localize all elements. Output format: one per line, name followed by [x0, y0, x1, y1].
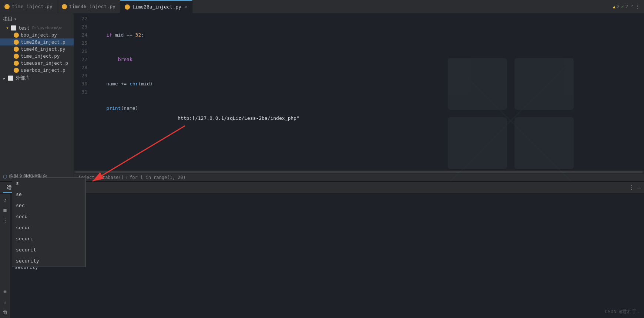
project-root[interactable]: ▾ ⬜ test D:\pycharm\w — [0, 24, 74, 31]
ext-libs-icon: ⬜ — [8, 75, 14, 81]
code-line-22: if mid == 32: — [95, 31, 644, 39]
external-libs-section[interactable]: ▸ ⬜ 外部库 — [0, 74, 74, 83]
code-scrollbar[interactable] — [74, 170, 644, 173]
tab-label-time26a-inject: time26a_inject.py — [132, 4, 181, 10]
sidebar-title-label: 项目 — [3, 16, 13, 22]
code-line-23: break — [95, 55, 644, 64]
file-timeuser-inject[interactable]: timeuser_inject.p — [0, 60, 74, 67]
file-icon-time — [14, 54, 19, 59]
bottom-tab-bar: 运行 time26a_inject × ⋮ — — [0, 182, 644, 194]
breadcrumb-sep: › — [125, 175, 128, 180]
warning-icon: ▲ — [613, 4, 616, 9]
tab-time46-inject[interactable]: time46_inject.py — [57, 0, 120, 13]
sidebar-title[interactable]: 项目 ▾ — [0, 13, 74, 24]
file-icon-boo — [14, 33, 19, 38]
bottom-more-icon[interactable]: ⋮ — [628, 184, 634, 191]
file-boo-inject[interactable]: boo_inject.py — [0, 31, 74, 38]
console-item-3: secu — [13, 224, 641, 234]
console-item-1: se — [13, 205, 641, 214]
sidebar-arrow: ▾ — [14, 17, 16, 21]
stop-btn[interactable]: ■ — [1, 206, 9, 214]
tab-bar: time_inject.py time46_inject.py time26a_… — [0, 0, 644, 13]
tab-icon-time26a-inject — [125, 4, 130, 10]
ide-container: time_inject.py time46_inject.py time26a_… — [0, 0, 644, 318]
file-userboo-inject[interactable]: userboo_inject.p — [0, 67, 74, 74]
tab-close-time26a[interactable]: × — [185, 4, 188, 9]
ln-29: 29 — [74, 72, 87, 80]
more-btn[interactable]: ⋮ — [1, 217, 9, 224]
tab-bar-right: ▲ 2 ✓ 2 ⌃ ⋮ — [613, 4, 644, 9]
scrollbar-track[interactable] — [76, 171, 643, 173]
project-tree: ▾ ⬜ test D:\pycharm\w boo_inject.py time… — [0, 24, 74, 172]
file-icon-userboo — [14, 68, 19, 73]
file-time-inject[interactable]: time_inject.py — [0, 53, 74, 60]
csdn-watermark: CSDN @君彳亍. — [605, 308, 640, 315]
tab-time-inject[interactable]: time_inject.py — [0, 0, 57, 13]
settings-btn[interactable]: ↓ — [1, 298, 9, 305]
autocomplete-popup[interactable]: s se sec secu secur securi securit secur… — [12, 177, 86, 267]
ext-libs-arrow: ▸ — [3, 75, 6, 81]
main-area: 项目 ▾ ▾ ⬜ test D:\pycharm\w boo_inject.py — [0, 13, 644, 181]
console-item-5: securi — [13, 243, 641, 253]
restart-btn[interactable]: ↺ — [1, 196, 9, 203]
project-path: D:\pycharm\w — [32, 26, 61, 30]
more-icon[interactable]: ⋮ — [635, 4, 640, 9]
project-name: test — [19, 25, 30, 31]
file-label-userboo: userboo_inject.p — [21, 67, 65, 73]
file-label-time26a: time26a_inject.p — [21, 39, 65, 45]
ac-item-5[interactable]: securi — [12, 233, 85, 244]
close-btn[interactable]: 🗑 — [1, 308, 9, 316]
check-icon: ✓ — [621, 4, 624, 9]
tab-label-time-inject: time_inject.py — [12, 4, 53, 9]
bottom-tab-right: ⋮ — — [628, 184, 641, 191]
ac-item-2[interactable]: sec — [12, 200, 85, 211]
warnings-indicator: ▲ 2 ✓ 2 ⌃ ⋮ — [613, 4, 640, 9]
left-toolbar: ↺ ■ ⋮ ≡ ↓ 🗑 — [0, 194, 10, 318]
code-area[interactable]: 22 23 24 25 26 27 28 29 30 31 if mid == … — [74, 13, 644, 170]
bottom-panel: 运行 time26a_inject × ⋮ — ↺ ■ ⋮ ≡ ↓ 🗑 — [0, 181, 644, 318]
console-output[interactable]: s se sec secu secur securi securit secur… — [10, 194, 644, 318]
ac-item-0[interactable]: s — [12, 178, 85, 189]
tab-label-time46-inject: time46_inject.py — [69, 4, 115, 9]
folder-symbol: ⬜ — [11, 25, 17, 31]
ln-31: 31 — [74, 88, 87, 96]
editor-area: 22 23 24 25 26 27 28 29 30 31 if mid == … — [74, 13, 644, 181]
ln-26: 26 — [74, 47, 87, 55]
ln-28: 28 — [74, 64, 87, 72]
ln-24: 24 — [74, 31, 87, 39]
warning-count: 2 — [617, 4, 620, 9]
file-label-timeuser: timeuser_inject.p — [21, 60, 68, 66]
expand-icon[interactable]: ⌃ — [631, 4, 634, 9]
file-label-time: time_inject.py — [21, 53, 60, 59]
sidebar: 项目 ▾ ▾ ⬜ test D:\pycharm\w boo_inject.py — [0, 13, 74, 181]
file-time46-inject[interactable]: time46_inject.py — [0, 45, 74, 53]
ln-30: 30 — [74, 80, 87, 88]
code-line-27 — [95, 153, 644, 161]
pin-btn[interactable]: ≡ — [1, 288, 9, 295]
console-item-0: s — [13, 195, 641, 205]
ac-item-6[interactable]: securit — [12, 244, 85, 256]
file-icon-time46 — [14, 47, 19, 52]
console-item-4: secur — [13, 234, 641, 243]
file-label-time46: time46_inject.py — [21, 46, 65, 52]
ac-item-3[interactable]: secu — [12, 211, 85, 222]
code-content[interactable]: if mid == 32: break name += chr(mid) pri… — [92, 13, 644, 170]
ac-item-7[interactable]: security — [12, 256, 85, 267]
console-item-2: sec — [13, 214, 641, 224]
console-item-6: securit — [13, 253, 641, 263]
bottom-content: ↺ ■ ⋮ ≡ ↓ 🗑 s se sec secu secur securi s… — [0, 194, 644, 318]
bottom-minimize-icon[interactable]: — — [637, 184, 641, 191]
ln-25: 25 — [74, 39, 87, 47]
ac-item-1[interactable]: se — [12, 189, 85, 200]
ln-27: 27 — [74, 55, 87, 64]
tab-time26a-inject[interactable]: time26a_inject.py × — [120, 0, 192, 13]
temp-icon: ⬡ — [3, 174, 7, 179]
code-line-26 — [95, 129, 644, 137]
breadcrumb-location: for i in range(1, 20) — [130, 175, 186, 180]
file-label-boo: boo_inject.py — [21, 32, 57, 38]
code-line-24: name += chr(mid) — [95, 80, 644, 88]
tab-icon-time46-inject — [62, 4, 67, 9]
check-count: 2 — [625, 4, 628, 9]
ac-item-4[interactable]: secur — [12, 222, 85, 233]
file-time26a-inject[interactable]: time26a_inject.p — [0, 38, 74, 45]
